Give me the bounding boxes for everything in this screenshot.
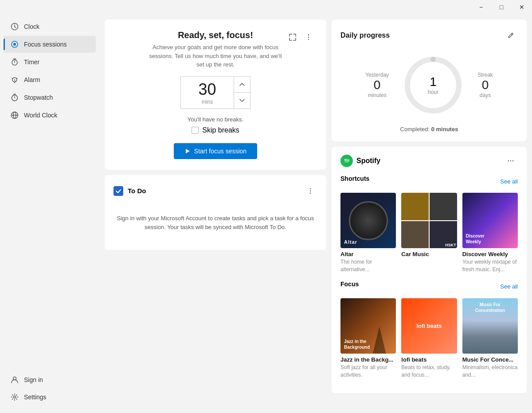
music-item-jazz[interactable]: Jazz in theBackground Jazz in the Backg.…: [340, 298, 396, 379]
focus-sessions-card: Ready, set, focus! Achieve your goals an…: [105, 19, 326, 170]
sidebar-item-label-signin: Sign in: [24, 376, 43, 383]
minimize-button[interactable]: −: [471, 0, 491, 14]
skip-breaks-label: Skip breaks: [202, 126, 239, 134]
car-music-name: Car Music: [401, 251, 457, 257]
music-item-car-music[interactable]: HSKT Car Music: [401, 193, 457, 273]
concentration-thumbnail: Music ForConcentration: [462, 298, 518, 354]
time-decrement-button[interactable]: [234, 93, 250, 109]
start-btn-label: Start focus session: [194, 148, 246, 155]
todo-title-label: To Do: [128, 187, 146, 195]
sidebar-item-stopwatch[interactable]: Stopwatch: [4, 89, 96, 106]
todo-header: To Do: [113, 184, 317, 198]
right-panel: Daily progress Yesterday 0 minutes: [332, 19, 527, 408]
yesterday-value: 0: [365, 78, 389, 92]
car-music-thumbnail: HSKT: [401, 193, 457, 248]
focus-card-header: Ready, set, focus! Achieve your goals an…: [115, 30, 316, 69]
sidebar-item-sign-in[interactable]: Sign in: [4, 371, 96, 388]
focus-header-icons: [282, 30, 316, 44]
timer-icon: [11, 58, 19, 66]
shortcuts-see-all[interactable]: See all: [500, 178, 518, 185]
car-tile-3: [401, 221, 429, 249]
spotify-logo: Spotify: [340, 155, 380, 167]
car-tile-4: HSKT: [430, 221, 457, 249]
more-options-button-spotify[interactable]: [504, 154, 518, 168]
music-item-altar[interactable]: Altar Altar The home for alternative...: [340, 193, 396, 273]
skip-breaks-checkbox[interactable]: [192, 127, 199, 134]
altar-label: Altar: [344, 239, 357, 245]
sidebar-bottom: Sign in Settings: [0, 371, 99, 409]
edit-button[interactable]: [504, 28, 518, 43]
discover-weekly-desc: Your weekly mixtape of fresh music. Enj.…: [462, 258, 518, 273]
time-number: 30: [192, 80, 223, 99]
svg-point-15: [14, 396, 16, 398]
sidebar-item-world-clock[interactable]: World Clock: [4, 107, 96, 124]
close-button[interactable]: ✕: [512, 0, 532, 14]
focus-grid: Jazz in theBackground Jazz in the Backg.…: [340, 298, 518, 379]
car-tile-1: [401, 193, 429, 220]
music-item-lofi[interactable]: lofi beats lofi beats Beats to relax, st…: [401, 298, 457, 379]
shortcuts-grid: Altar Altar The home for alternative...: [340, 193, 518, 273]
car-tile-2: [430, 193, 457, 220]
svg-point-18: [308, 39, 309, 40]
altar-thumbnail: Altar: [340, 193, 396, 248]
sidebar-item-focus-sessions[interactable]: Focus sessions: [4, 36, 96, 53]
discover-weekly-name: Discover Weekly: [462, 251, 518, 257]
jazz-name: Jazz in the Backg...: [340, 356, 396, 363]
concentration-desc: Minimalism, electronica and...: [462, 364, 518, 379]
discover-text: DiscoverWeekly: [466, 233, 485, 245]
sidebar-item-alarm[interactable]: Alarm: [4, 71, 96, 88]
alarm-icon: [11, 76, 19, 84]
more-options-button-focus[interactable]: [301, 30, 316, 44]
streak-value: 0: [477, 78, 493, 92]
sidebar-item-label-timer: Timer: [24, 58, 39, 66]
maximize-button[interactable]: □: [491, 0, 512, 14]
left-panel: Ready, set, focus! Achieve your goals an…: [105, 19, 326, 408]
sidebar-item-settings[interactable]: Settings: [4, 389, 96, 405]
settings-icon: [11, 393, 19, 401]
focus-label: Focus: [340, 281, 359, 288]
music-item-concentration[interactable]: Music ForConcentration Music For Conce..…: [462, 298, 518, 379]
sidebar-item-label-settings: Settings: [24, 394, 47, 401]
spotify-icon: [343, 157, 350, 164]
signin-icon: [11, 376, 19, 384]
fullscreen-button[interactable]: [286, 30, 300, 44]
spotify-logo-circle: [340, 155, 353, 167]
focus-sessions-icon: [11, 40, 19, 48]
lofi-thumbnail: lofi beats: [401, 298, 457, 354]
yesterday-unit: minutes: [365, 92, 389, 98]
completed-text: Completed: 0 minutes: [340, 126, 518, 132]
svg-point-17: [308, 37, 309, 38]
streak-stat: Streak 0 days: [477, 72, 493, 98]
daily-progress-header: Daily progress: [340, 28, 518, 43]
skip-breaks-container: Skip breaks: [115, 126, 316, 134]
svg-point-21: [310, 190, 311, 191]
concentration-name: Music For Conce...: [462, 356, 518, 363]
progress-ring: 1 hour: [402, 54, 464, 116]
daily-progress-card: Daily progress Yesterday 0 minutes: [332, 19, 527, 141]
edit-icon: [507, 32, 514, 39]
titlebar-buttons: − □ ✕: [471, 0, 532, 14]
time-selector: 30 mins: [115, 76, 316, 109]
focus-see-all[interactable]: See all: [500, 283, 518, 290]
concentration-text: Music ForConcentration: [475, 302, 505, 313]
svg-line-23: [512, 34, 512, 35]
time-increment-button[interactable]: [234, 77, 250, 93]
music-item-discover-weekly[interactable]: DiscoverWeekly Discover Weekly Your week…: [462, 193, 518, 273]
completed-value: 0 minutes: [431, 126, 458, 132]
spotify-header: Spotify: [340, 154, 518, 168]
breaks-text: You'll have no breaks.: [115, 116, 316, 123]
sidebar-item-clock[interactable]: Clock: [4, 18, 96, 35]
time-arrows: [234, 76, 250, 109]
start-focus-session-button[interactable]: Start focus session: [174, 143, 257, 159]
time-label: mins: [192, 99, 223, 105]
hskt-label: HSKT: [445, 243, 456, 247]
lofi-art: lofi beats: [401, 298, 457, 354]
more-options-button-todo[interactable]: [303, 184, 317, 198]
daily-progress-title: Daily progress: [340, 31, 390, 39]
svg-line-2: [15, 27, 16, 28]
todo-card: To Do Sign in with your Microsoft Accoun…: [105, 175, 326, 250]
lofi-desc: Beats to relax, study, and focus...: [401, 364, 457, 379]
sidebar-item-timer[interactable]: Timer: [4, 54, 96, 70]
progress-center: 1 hour: [402, 54, 464, 116]
world-clock-icon: [11, 111, 19, 119]
